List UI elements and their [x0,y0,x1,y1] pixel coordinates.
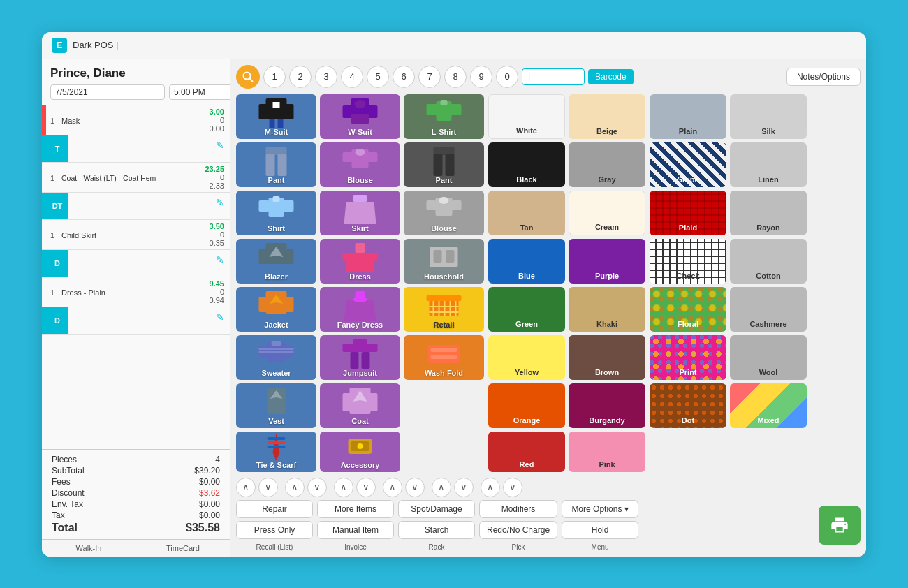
fabric-btn-cashmere[interactable]: Cashmere [730,287,807,332]
moreitems-button[interactable]: More Items [317,500,394,518]
fabric-btn-silk[interactable]: Silk [730,94,807,139]
item-btn-lshirt[interactable]: L-Shirt [404,94,484,139]
arrow-down-1[interactable]: ∨ [258,478,278,497]
color-btn-cream[interactable]: Cream [569,191,645,235]
fabric-btn-linen[interactable]: Linen [730,142,807,187]
item-btn-dress[interactable]: Dress [320,239,400,284]
starch-button[interactable]: Starch [398,521,475,539]
item-btn-pant2[interactable]: Pant [404,142,484,187]
edit-icon[interactable]: ✎ [210,307,230,334]
arrow-up-3[interactable]: ∧ [334,478,353,497]
arrow-down-6[interactable]: ∨ [503,478,522,497]
color-btn-brown[interactable]: Brown [569,335,645,380]
search-button[interactable] [236,65,260,89]
barcode-button[interactable]: Barcode [588,69,634,84]
item-btn-vest[interactable]: Vest [236,383,316,428]
color-btn-yellow[interactable]: Yellow [488,335,565,380]
arrow-up-5[interactable]: ∧ [432,478,451,497]
num-tab-2[interactable]: 2 [289,66,312,88]
num-tab-7[interactable]: 7 [418,66,441,88]
item-btn-blazer[interactable]: Blazer [236,239,316,284]
color-btn-pink[interactable]: Pink [569,432,645,472]
color-btn-khaki[interactable]: Khaki [569,287,645,332]
item-btn-coat[interactable]: Coat [320,383,400,428]
hold-button[interactable]: Hold [562,521,638,539]
color-btn-white[interactable]: White [488,94,565,139]
redonocharge-button[interactable]: Redo/No Charge [479,521,557,539]
arrow-up-1[interactable]: ∧ [236,478,256,497]
num-tab-6[interactable]: 6 [393,66,415,88]
num-tab-4[interactable]: 4 [341,66,363,88]
spotdamage-button[interactable]: Spot/Damage [398,500,475,518]
fabric-btn-stripe[interactable]: Stripe [650,142,726,187]
num-tab-3[interactable]: 3 [315,66,337,88]
fabric-btn-print[interactable]: Print [650,335,726,380]
item-btn-tiescarf[interactable]: Tie & Scarf [236,432,316,472]
fabric-btn-check[interactable]: Check [650,239,726,284]
arrow-down-5[interactable]: ∨ [454,478,474,497]
nav-walkin[interactable]: Walk-In [42,540,136,557]
item-btn-blouse[interactable]: Blouse [320,142,400,187]
manualitem-button[interactable]: Manual Item [317,521,394,539]
modifiers-button[interactable]: Modifiers [479,500,557,518]
arrow-up-4[interactable]: ∧ [383,478,402,497]
num-tab-5[interactable]: 5 [367,66,389,88]
date-input[interactable] [50,84,165,100]
fabric-btn-rayon[interactable]: Rayon [730,191,807,235]
notes-button[interactable]: Notes/Options [786,68,861,86]
item-btn-household[interactable]: Household [404,239,484,284]
print-button[interactable] [819,506,861,545]
item-btn-jacket[interactable]: Jacket [236,287,316,332]
color-btn-black[interactable]: Black [488,142,565,187]
arrow-down-2[interactable]: ∨ [307,478,327,497]
fabric-btn-dot[interactable]: Dot [650,383,726,428]
arrow-up-2[interactable]: ∧ [285,478,305,497]
action-group-spotdamage: Spot/Damage Starch Rack [398,500,475,551]
fabric-btn-plaid[interactable]: Plaid [650,191,726,235]
color-btn-gray[interactable]: Gray [569,142,645,187]
pressonly-button[interactable]: Press Only [236,521,313,539]
fabric-btn-wool[interactable]: Wool [730,335,807,380]
num-tab-8[interactable]: 8 [444,66,467,88]
color-btn-orange[interactable]: Orange [488,383,565,428]
item-btn-skirt[interactable]: Skirt [320,191,400,235]
moreoptions-button[interactable]: More Options ▾ [562,500,638,518]
fees-value: $0.00 [199,477,220,487]
edit-icon[interactable]: ✎ [210,135,230,162]
color-btn-beige[interactable]: Beige [569,94,645,139]
edit-icon[interactable]: ✎ [210,250,230,277]
color-btn-blue[interactable]: Blue [488,239,565,284]
table-row: DT ✎ [42,193,230,219]
item-btn-accessory[interactable]: Accessory [320,432,400,472]
color-btn-red[interactable]: Red [488,432,565,472]
barcode-input[interactable] [522,68,585,85]
color-btn-tan[interactable]: Tan [488,191,565,235]
arrow-up-6[interactable]: ∧ [481,478,500,497]
num-tab-1[interactable]: 1 [263,66,286,88]
item-btn-retail[interactable]: Retail [404,287,484,332]
num-tab-0[interactable]: 0 [496,66,518,88]
item-btn-pant[interactable]: Pant [236,142,316,187]
item-btn-shirt[interactable]: Shirt [236,191,316,235]
arrow-down-3[interactable]: ∨ [356,478,376,497]
fabric-btn-cotton[interactable]: Cotton [730,239,807,284]
repair-button[interactable]: Repair [236,500,313,518]
item-btn-sweater[interactable]: Sweater [236,335,316,380]
fabric-btn-plain[interactable]: Plain [650,94,726,139]
item-btn-jumpsuit[interactable]: Jumpsuit [320,335,400,380]
item-btn-blouse2[interactable]: Blouse [404,191,484,235]
color-btn-burgandy[interactable]: Burgandy [569,383,645,428]
edit-icon[interactable]: ✎ [210,193,230,219]
fabric-btn-mixed[interactable]: Mixed [730,383,807,428]
num-tab-9[interactable]: 9 [470,66,492,88]
fabric-btn-floral[interactable]: Floral [650,287,726,332]
arrow-down-4[interactable]: ∨ [405,478,425,497]
item-btn-msuit[interactable]: M-Suit [236,94,316,139]
color-btn-purple[interactable]: Purple [569,239,645,284]
item-btn-fancydress[interactable]: Fancy Dress [320,287,400,332]
item-btn-wsuit[interactable]: W-Suit [320,94,400,139]
nav-timecard[interactable]: TimeCard [136,540,230,557]
color-btn-green[interactable]: Green [488,287,565,332]
item-btn-washfold[interactable]: Wash Fold [404,335,484,380]
svg-rect-34 [427,200,437,210]
